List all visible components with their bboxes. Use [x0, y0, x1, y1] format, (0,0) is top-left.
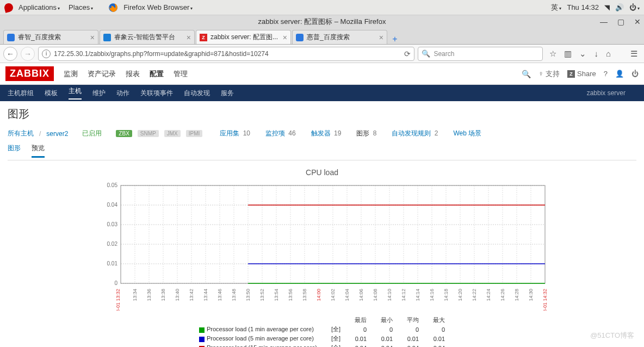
downloads-icon[interactable]: ↓ [594, 49, 598, 58]
link-applications[interactable]: 应用集 10 [220, 129, 250, 138]
subnav-hostgroups[interactable]: 主机群组 [8, 89, 34, 98]
tab-close-icon[interactable]: × [283, 33, 287, 42]
window-close-button[interactable]: ✕ [634, 17, 641, 26]
svg-text:14:30: 14:30 [528, 289, 534, 301]
gnome-active-app[interactable]: Firefox Web Browser▾ [120, 2, 196, 13]
svg-text:14:14: 14:14 [415, 289, 420, 301]
help-icon[interactable]: ? [604, 70, 608, 78]
redhat-icon [3, 2, 14, 13]
subnav-correlation[interactable]: 关联项事件 [140, 89, 173, 98]
page-title: 图形 [8, 107, 636, 121]
svg-text:14:04: 14:04 [344, 289, 350, 301]
link-discovery[interactable]: 自动发现规则 2 [392, 129, 438, 138]
window-minimize-button[interactable]: — [600, 17, 608, 26]
link-triggers[interactable]: 触发器 19 [311, 129, 342, 138]
gnome-places-menu[interactable]: Places▾ [65, 2, 96, 13]
menu-configuration[interactable]: 配置 [150, 69, 164, 79]
svg-text:14:26: 14:26 [500, 289, 505, 301]
svg-text:14:24: 14:24 [486, 289, 491, 301]
browser-tab[interactable]: 睿智_百度搜索× [3, 30, 98, 44]
search-icon[interactable]: 🔍 [522, 70, 531, 78]
watermark: @51CTO博客 [590, 331, 634, 340]
tab-preview[interactable]: 预览 [32, 144, 45, 158]
svg-text:14:22: 14:22 [472, 289, 477, 301]
svg-text:13:40: 13:40 [175, 289, 180, 301]
tab-close-icon[interactable]: × [187, 33, 191, 42]
tab-close-icon[interactable]: × [90, 33, 95, 42]
new-tab-button[interactable]: + [388, 34, 401, 44]
svg-text:13:50: 13:50 [245, 289, 251, 301]
firefox-tabstrip: 睿智_百度搜索× 睿象云-智能告警平台× Zzabbix server: 配置图… [0, 28, 644, 45]
search-placeholder: Search [434, 50, 454, 58]
firefox-titlebar: zabbix server: 配置图标 – Mozilla Firefox — … [0, 15, 644, 28]
reload-icon[interactable]: ⟳ [404, 49, 411, 58]
bc-host[interactable]: server2 [46, 130, 68, 138]
link-items[interactable]: 监控项 46 [265, 129, 296, 138]
zabbix-subnav: 主机群组 模板 主机 维护 动作 关联项事件 自动发现 服务 zabbix se… [0, 85, 644, 101]
library-icon[interactable]: ▥ [564, 49, 572, 59]
logout-icon[interactable]: ⏻ [631, 70, 639, 78]
chart-area: CPU load 00.010.020.030.040.0508-01 13:3… [8, 168, 636, 347]
tab-close-icon[interactable]: × [379, 33, 383, 42]
subnav-services[interactable]: 服务 [221, 89, 234, 98]
zabbix-search-input[interactable] [449, 70, 514, 78]
svg-text:0: 0 [114, 280, 117, 286]
link-web[interactable]: Web 场景 [453, 129, 481, 138]
network-icon[interactable]: ◥ [604, 3, 610, 11]
svg-text:0.03: 0.03 [107, 221, 118, 227]
tab-graph[interactable]: 图形 [8, 144, 21, 158]
hamburger-menu[interactable]: ☰ [630, 49, 637, 59]
back-button[interactable]: ← [3, 47, 17, 61]
menu-inventory[interactable]: 资产记录 [88, 69, 116, 79]
badge-zbx: ZBX [116, 130, 132, 137]
site-info-icon[interactable]: i [42, 49, 51, 58]
zabbix-logo[interactable]: ZABBIX [5, 66, 54, 81]
user-icon[interactable]: 👤 [615, 70, 624, 78]
url-bar[interactable]: i 172.25.30.1/zabbix/graphs.php?form=upd… [38, 47, 414, 61]
svg-text:14:10: 14:10 [387, 289, 392, 301]
browser-tab[interactable]: 睿象云-智能告警平台× [100, 30, 195, 44]
forward-button[interactable]: → [21, 47, 35, 61]
gnome-applications-menu[interactable]: Applications▾ [15, 2, 63, 13]
gnome-clock[interactable]: Thu 14:32 [567, 3, 599, 11]
volume-icon[interactable]: 🔊 [615, 3, 624, 11]
gnome-input-lang[interactable]: 英▾ [551, 3, 561, 13]
bookmark-star-icon[interactable]: ☆ [549, 49, 556, 59]
subnav-actions[interactable]: 动作 [116, 89, 129, 98]
bc-allhosts[interactable]: 所有主机 [8, 129, 34, 138]
subnav-maintenance[interactable]: 维护 [92, 89, 106, 98]
window-maximize-button[interactable]: ▢ [617, 17, 624, 26]
badge-jmx: JMX [164, 130, 181, 137]
svg-text:14:16: 14:16 [429, 289, 435, 301]
host-status: 已启用 [82, 129, 102, 138]
baidu-favicon [296, 34, 304, 41]
subnav-templates[interactable]: 模板 [45, 89, 58, 98]
subnav-discovery[interactable]: 自动发现 [184, 89, 210, 98]
home-button[interactable]: ⌂ [606, 49, 611, 58]
svg-text:13:44: 13:44 [203, 289, 208, 301]
support-link[interactable]: ♀ 支持 [538, 69, 560, 79]
svg-text:13:58: 13:58 [302, 289, 307, 301]
menu-reports[interactable]: 报表 [126, 69, 140, 79]
share-link[interactable]: ZShare [567, 70, 596, 78]
pocket-icon[interactable]: ⌄ [579, 49, 586, 59]
search-bar[interactable]: 🔍 Search [418, 47, 543, 61]
menu-administration[interactable]: 管理 [174, 69, 188, 79]
zabbix-favicon: Z [200, 34, 207, 41]
svg-text:13:38: 13:38 [160, 289, 166, 301]
svg-text:13:46: 13:46 [217, 289, 222, 301]
browser-tab-active[interactable]: Zzabbix server: 配置图...× [196, 30, 291, 44]
browser-tab[interactable]: 惠普_百度搜索× [292, 30, 387, 44]
svg-text:13:34: 13:34 [132, 289, 138, 301]
subnav-hosts[interactable]: 主机 [69, 86, 82, 100]
window-title: zabbix server: 配置图标 – Mozilla Firefox [258, 17, 386, 27]
menu-monitoring[interactable]: 监测 [64, 69, 78, 79]
svg-text:13:36: 13:36 [146, 289, 152, 301]
page-content: 图形 所有主机 / server2 已启用 ZBX SNMP JMX IPMI … [0, 101, 644, 347]
link-graphs[interactable]: 图形 8 [356, 129, 376, 138]
svg-text:13:42: 13:42 [189, 289, 194, 301]
svg-text:14:28: 14:28 [514, 289, 519, 301]
svg-text:14:00: 14:00 [316, 289, 321, 301]
chart-title: CPU load [8, 168, 636, 177]
power-icon[interactable]: ⏻▾ [629, 3, 640, 11]
